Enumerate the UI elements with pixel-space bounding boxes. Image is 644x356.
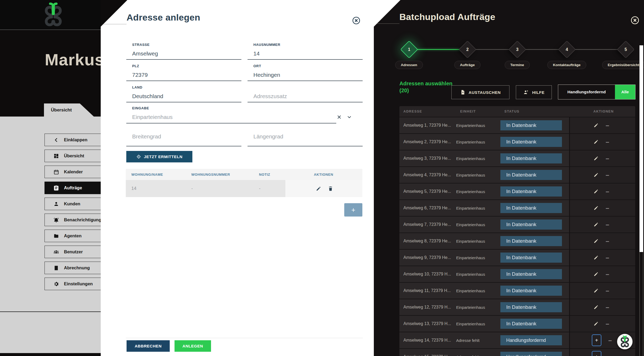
minus-icon[interactable]: – <box>606 122 609 129</box>
minus-icon[interactable]: – <box>606 205 609 211</box>
add-address-button[interactable]: + <box>592 334 601 346</box>
adresszusatz-placeholder: Adresszusatz <box>253 93 363 99</box>
minus-icon[interactable]: – <box>606 238 609 244</box>
einheit-cell: Adresse fehlt <box>456 338 500 343</box>
chevron-down-icon[interactable] <box>346 114 352 120</box>
pencil-icon[interactable] <box>593 288 599 293</box>
status-badge: In Datenbank <box>500 137 562 147</box>
header-divider <box>0 30 101 30</box>
pencil-icon[interactable] <box>593 172 599 178</box>
clover-fab-button[interactable] <box>617 334 633 349</box>
sidebar-item-label: Benachrichtigungen <box>64 217 107 222</box>
status-badge: Handlungsfordernd <box>500 352 562 356</box>
clover-fab-icon <box>619 335 631 348</box>
pencil-icon[interactable] <box>593 271 599 277</box>
pencil-icon[interactable] <box>593 139 599 145</box>
scrollbar-thumb[interactable] <box>639 45 643 252</box>
step-4-diamond[interactable]: 4 <box>558 41 576 58</box>
target-icon <box>136 154 141 159</box>
help-person-icon: ? <box>523 89 529 95</box>
submit-button[interactable]: ANLEGEN <box>175 340 211 352</box>
strasse-label: STRASSE <box>132 43 241 47</box>
minus-icon[interactable]: – <box>606 304 609 310</box>
add-address-button[interactable]: + <box>592 351 601 356</box>
ort-label: ORT <box>253 64 363 68</box>
minus-icon[interactable]: – <box>606 221 609 228</box>
eingabe-label: EINGABE <box>132 106 336 110</box>
hilfe-button[interactable]: ? HILFE <box>516 85 552 99</box>
table-row: Amselweg 7, 72379 He...EinparteienhausIn… <box>399 217 635 233</box>
einheit-cell: Einparteienhaus <box>456 123 500 128</box>
hausnummer-field[interactable]: HAUSNUMMER 14 <box>248 43 363 60</box>
ort-field[interactable]: ORT Hechingen <box>248 64 363 81</box>
pencil-icon[interactable] <box>593 222 599 227</box>
minus-icon[interactable]: – <box>606 254 609 261</box>
clear-x-icon[interactable] <box>336 114 342 120</box>
minus-icon[interactable]: – <box>608 354 612 356</box>
filter-toggle: Handlungsfordernd Alle <box>558 85 635 99</box>
scrollbar-track[interactable] <box>639 252 643 356</box>
minus-icon[interactable]: – <box>606 271 609 277</box>
pencil-icon[interactable] <box>316 186 321 191</box>
minus-icon[interactable]: – <box>608 337 612 343</box>
land-field[interactable]: LAND Deutschland <box>126 85 241 102</box>
sidebar: EinklappenÜbersichtKalenderAufträgeKunde… <box>0 117 101 311</box>
laengengrad-field[interactable]: Längengrad <box>248 133 363 146</box>
units-table-header: WOHNUNG/NAME WOHNUNGSNUMMER NOTIZ AKTION… <box>126 169 362 180</box>
pencil-icon[interactable] <box>593 238 599 244</box>
cancel-button[interactable]: ABBRECHEN <box>127 340 170 352</box>
breitengrad-field[interactable]: Breitengrad <box>126 133 241 146</box>
step-1-diamond[interactable]: 1 <box>400 41 418 58</box>
pencil-icon[interactable] <box>593 305 599 310</box>
minus-icon[interactable]: – <box>606 287 609 294</box>
address-table-header: ADRESSE EINHEIT STATUS AKTIONEN <box>399 106 635 117</box>
address-cell: Amselweg 12, 72379 H... <box>399 305 456 310</box>
austauschen-button[interactable]: AUSTAUSCHEN <box>451 85 509 99</box>
einheit-cell: Einparteienhaus <box>456 206 500 210</box>
address-cell: Amselweg 7, 72379 He... <box>399 222 456 227</box>
jetzt-ermitteln-button[interactable]: JETZT ERMITTELN <box>126 151 192 162</box>
filter-alle-button[interactable]: Alle <box>615 85 635 99</box>
minus-icon[interactable]: – <box>606 155 609 162</box>
address-cell: Amselweg 6, 72379 He... <box>399 206 456 210</box>
eingabe-field[interactable]: EINGABE Einparteienhaus <box>126 106 336 123</box>
minus-icon[interactable]: – <box>606 172 609 178</box>
minus-icon[interactable]: – <box>606 321 609 327</box>
table-row: Amselweg 5, 72379 He...EinparteienhausIn… <box>399 183 635 199</box>
pencil-icon[interactable] <box>593 321 599 326</box>
pencil-icon[interactable] <box>593 255 599 260</box>
minus-icon[interactable]: – <box>606 188 609 195</box>
dashboard-icon <box>53 153 59 159</box>
tab-uebersicht[interactable]: Übersicht <box>44 103 94 117</box>
folder-icon <box>53 233 59 239</box>
step-3-diamond[interactable]: 3 <box>508 41 526 58</box>
plz-field[interactable]: PLZ 72379 <box>126 64 241 81</box>
table-row: Amselweg 11, 72379 H...EinparteienhausIn… <box>399 283 635 299</box>
footer-divider <box>126 338 363 338</box>
add-unit-button[interactable]: + <box>344 203 362 217</box>
page-title: Markus <box>45 50 104 69</box>
panel-close-button[interactable] <box>630 15 640 25</box>
strasse-field[interactable]: STRASSE Amselweg <box>126 43 241 60</box>
status-badge: In Datenbank <box>500 186 562 197</box>
step-5-diamond[interactable]: 5 <box>617 41 634 58</box>
units-table: WOHNUNG/NAME WOHNUNGSNUMMER NOTIZ AKTION… <box>126 169 362 197</box>
pencil-icon[interactable] <box>593 205 599 211</box>
pencil-icon[interactable] <box>593 156 599 161</box>
col-aktionen: AKTIONEN <box>593 110 614 113</box>
filter-handlungsfordernd[interactable]: Handlungsfordernd <box>558 90 615 94</box>
pencil-icon[interactable] <box>593 189 599 194</box>
step-2-diamond[interactable]: 2 <box>459 41 476 58</box>
modal-close-button[interactable] <box>352 16 361 25</box>
clover-logo-icon <box>41 2 66 27</box>
einheit-cell: Einparteienhaus <box>456 156 500 161</box>
einheit-cell: Adresse fehlt <box>456 355 500 356</box>
minus-icon[interactable]: – <box>606 139 609 145</box>
step-number: 1 <box>403 44 415 55</box>
address-cell: Amselweg 3, 72379 He... <box>399 156 456 161</box>
trash-icon[interactable] <box>328 186 333 191</box>
adresszusatz-field[interactable]: Adresszusatz <box>248 85 363 102</box>
table-row: Amselweg 14, 72379 H...Adresse fehltHand… <box>399 332 635 348</box>
table-row: Amselweg 8, 72379 He...EinparteienhausIn… <box>399 233 635 249</box>
pencil-icon[interactable] <box>593 123 599 128</box>
